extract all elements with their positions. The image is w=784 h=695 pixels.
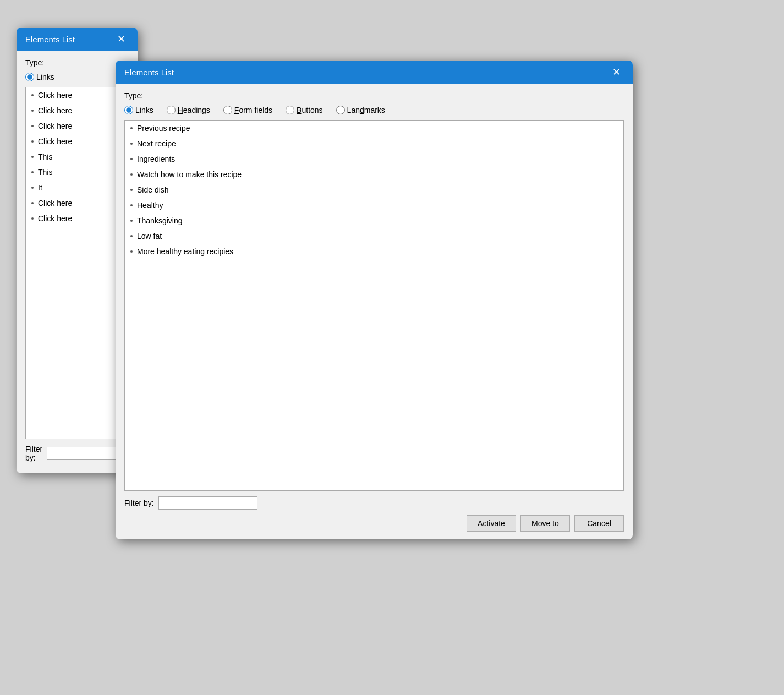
back-radio-links[interactable]: Links bbox=[25, 73, 54, 81]
move-to-button[interactable]: Move to bbox=[520, 515, 570, 532]
list-item[interactable]: Click here bbox=[26, 211, 128, 226]
front-dialog-title: Elements List bbox=[124, 68, 174, 77]
back-radio-row: Links bbox=[25, 73, 129, 81]
list-item[interactable]: Thanksgiving bbox=[125, 213, 623, 228]
list-item[interactable]: Click here bbox=[26, 134, 128, 149]
list-item[interactable]: Low fat bbox=[125, 228, 623, 244]
front-radio-buttons[interactable]: Buttons bbox=[286, 106, 322, 114]
list-item[interactable]: Healthy bbox=[125, 198, 623, 213]
front-titlebar: Elements List ✕ bbox=[116, 61, 633, 84]
list-item[interactable]: Watch how to make this recipe bbox=[125, 167, 623, 182]
list-item[interactable]: This bbox=[26, 149, 128, 165]
front-landmarks-label: Landmarks bbox=[347, 106, 385, 114]
cancel-button[interactable]: Cancel bbox=[574, 515, 624, 532]
list-item[interactable]: Click here bbox=[26, 103, 128, 118]
back-filter-label: Filter by: bbox=[25, 445, 42, 462]
front-links-label: Links bbox=[135, 106, 153, 114]
front-dialog-body: Type: Links Headings Form fields Buttons… bbox=[116, 84, 633, 539]
back-list-container[interactable]: Click here Click here Click here Click h… bbox=[25, 87, 129, 439]
front-radio-headings[interactable]: Headings bbox=[167, 106, 210, 114]
list-item[interactable]: Click here bbox=[26, 195, 128, 211]
list-item[interactable]: More healthy eating recipies bbox=[125, 244, 623, 259]
list-item[interactable]: It bbox=[26, 180, 128, 195]
front-formfields-label: Form fields bbox=[234, 106, 272, 114]
back-links-label: Links bbox=[36, 73, 54, 81]
front-filter-label: Filter by: bbox=[124, 499, 154, 507]
back-dialog-title: Elements List bbox=[25, 35, 75, 44]
front-radio-landmarks[interactable]: Landmarks bbox=[336, 106, 385, 114]
list-item[interactable]: This bbox=[26, 165, 128, 180]
front-list-container[interactable]: Previous recipe Next recipe Ingredients … bbox=[124, 120, 624, 491]
back-titlebar: Elements List ✕ bbox=[17, 28, 138, 51]
list-item[interactable]: Ingredients bbox=[125, 151, 623, 167]
front-type-label: Type: bbox=[124, 91, 143, 100]
activate-button[interactable]: Activate bbox=[467, 515, 516, 532]
list-item[interactable]: Click here bbox=[26, 118, 128, 134]
list-item[interactable]: Side dish bbox=[125, 182, 623, 198]
front-filter-row: Filter by: bbox=[124, 496, 624, 510]
back-close-button[interactable]: ✕ bbox=[114, 33, 129, 45]
list-item[interactable]: Next recipe bbox=[125, 136, 623, 151]
front-button-row: Activate Move to Cancel bbox=[124, 515, 624, 534]
front-headings-label: Headings bbox=[178, 106, 210, 114]
back-type-row: Type: bbox=[25, 58, 129, 67]
front-type-label-row: Type: bbox=[124, 91, 624, 100]
foreground-dialog[interactable]: Elements List ✕ Type: Links Headings For… bbox=[116, 61, 633, 539]
list-item[interactable]: Click here bbox=[26, 87, 128, 103]
front-radio-row: Links Headings Form fields Buttons Landm… bbox=[124, 106, 624, 114]
front-close-button[interactable]: ✕ bbox=[609, 66, 624, 78]
front-radio-links[interactable]: Links bbox=[124, 106, 153, 114]
back-type-label: Type: bbox=[25, 58, 44, 67]
front-filter-input[interactable] bbox=[158, 496, 257, 510]
front-radio-formfields[interactable]: Form fields bbox=[223, 106, 272, 114]
front-buttons-label: Buttons bbox=[297, 106, 322, 114]
back-filter-row: Filter by: bbox=[25, 445, 129, 462]
list-item[interactable]: Previous recipe bbox=[125, 121, 623, 136]
